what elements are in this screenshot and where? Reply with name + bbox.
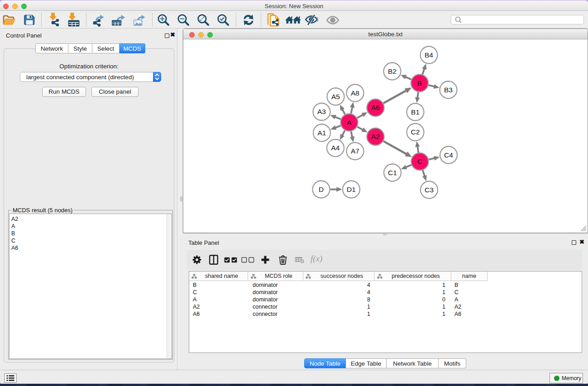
svg-text:D1: D1 — [347, 186, 356, 193]
svg-text:A5: A5 — [331, 93, 340, 100]
svg-text:A1: A1 — [318, 129, 326, 137]
svg-text:A: A — [347, 119, 352, 126]
svg-text:B1: B1 — [411, 108, 420, 116]
svg-text:D: D — [319, 186, 324, 193]
svg-text:C2: C2 — [411, 128, 420, 136]
svg-text:C3: C3 — [425, 186, 434, 194]
svg-text:A7: A7 — [351, 147, 359, 155]
svg-text:B: B — [417, 79, 422, 87]
svg-text:B4: B4 — [425, 51, 433, 59]
svg-text:A3: A3 — [317, 108, 326, 115]
svg-text:A6: A6 — [371, 104, 380, 111]
svg-text:A2: A2 — [371, 133, 380, 140]
svg-text:B3: B3 — [444, 86, 453, 94]
svg-text:A4: A4 — [331, 144, 340, 152]
svg-text:A8: A8 — [351, 89, 359, 97]
svg-text:B2: B2 — [388, 67, 397, 75]
svg-text:C1: C1 — [388, 169, 397, 176]
svg-text:C: C — [417, 157, 422, 165]
svg-text:C4: C4 — [444, 151, 453, 159]
